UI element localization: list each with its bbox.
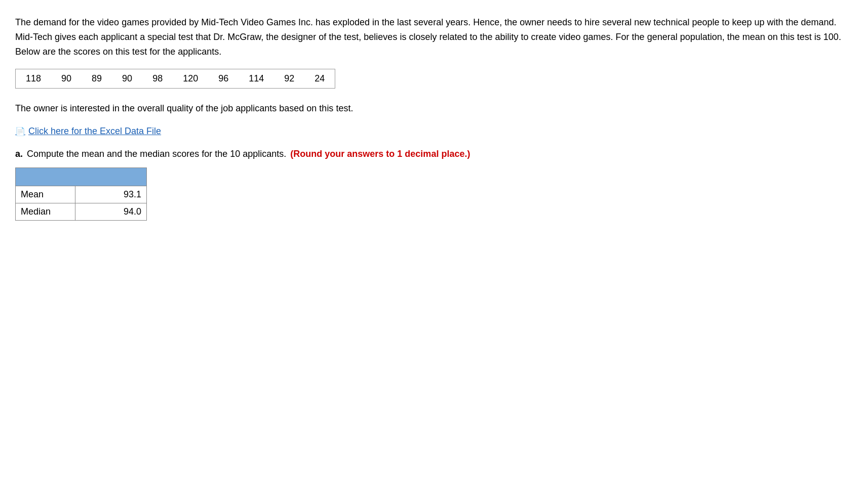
- result-row: Mean93.1: [16, 186, 147, 203]
- main-content: The demand for the video games provided …: [15, 15, 851, 221]
- intro-paragraph: The demand for the video games provided …: [15, 15, 851, 59]
- score-cell: 120: [173, 69, 208, 89]
- results-table: Mean93.1Median94.0: [15, 167, 147, 221]
- results-header: [16, 168, 147, 186]
- score-cell: 118: [16, 69, 52, 89]
- score-cell: 24: [304, 69, 335, 89]
- question-line: a. Compute the mean and the median score…: [15, 149, 851, 159]
- result-value: 94.0: [75, 203, 146, 221]
- excel-link-text: Click here for the Excel Data File: [28, 126, 161, 137]
- question-section: a. Compute the mean and the median score…: [15, 149, 851, 221]
- result-row: Median94.0: [16, 203, 147, 221]
- result-label: Median: [16, 203, 75, 221]
- question-label: a.: [15, 149, 23, 159]
- scores-table-wrapper: 11890899098120961149224: [15, 69, 335, 89]
- results-header-row: [16, 168, 147, 186]
- excel-file-icon: 📄: [15, 127, 25, 136]
- score-cell: 114: [239, 69, 274, 89]
- score-cell: 92: [274, 69, 304, 89]
- scores-row: 11890899098120961149224: [16, 69, 335, 89]
- result-value: 93.1: [75, 186, 146, 203]
- result-label: Mean: [16, 186, 75, 203]
- scores-table: 11890899098120961149224: [15, 69, 335, 89]
- score-cell: 96: [208, 69, 239, 89]
- results-table-wrapper: Mean93.1Median94.0: [15, 167, 851, 221]
- score-cell: 90: [112, 69, 142, 89]
- score-cell: 98: [142, 69, 173, 89]
- follow-paragraph: The owner is interested in the overall q…: [15, 101, 851, 116]
- score-cell: 89: [82, 69, 112, 89]
- score-cell: 90: [51, 69, 82, 89]
- question-text: Compute the mean and the median scores f…: [27, 149, 286, 159]
- excel-link[interactable]: 📄 Click here for the Excel Data File: [15, 126, 161, 137]
- question-highlight: (Round your answers to 1 decimal place.): [290, 149, 470, 159]
- excel-link-section: 📄 Click here for the Excel Data File: [15, 126, 851, 137]
